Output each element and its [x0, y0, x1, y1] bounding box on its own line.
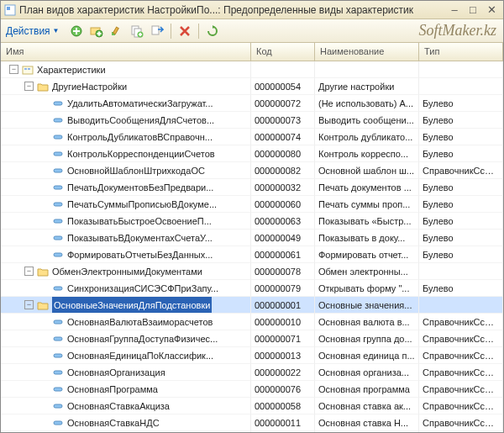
- svg-rect-15: [139, 34, 142, 35]
- move-button[interactable]: [149, 23, 165, 40]
- folder-icon: [37, 267, 49, 277]
- col-header-desc[interactable]: Наименование: [315, 43, 419, 61]
- tree-row[interactable]: ОсновнаяВалютаВзаиморасчетов000000010Осн…: [1, 314, 503, 330]
- name-cell[interactable]: КонтрольКорреспонденцииСчетов: [1, 145, 251, 162]
- name-cell[interactable]: ПоказыватьВДокументахСчетаУ...: [1, 230, 251, 246]
- type-cell: [419, 61, 503, 78]
- name-cell[interactable]: ОсновнаяОрганизация: [1, 364, 251, 381]
- tree-row[interactable]: ПоказыватьБыстроеОсвоениеП...000000063По…: [1, 213, 503, 230]
- name-cell[interactable]: ОсновнойШаблонШтрихкодаОС: [1, 162, 251, 179]
- tree-row[interactable]: УдалитьАвтоматическиЗагружат...000000072…: [1, 95, 503, 112]
- item-icon: [52, 317, 64, 327]
- edit-button[interactable]: [108, 23, 125, 40]
- tree-row[interactable]: ПечатьСуммыПрописьюВДокуме...000000060Пе…: [1, 196, 503, 213]
- desc-cell: Основная организа...: [315, 364, 419, 381]
- tree-row[interactable]: ОсновнаяОрганизация000000022Основная орг…: [1, 364, 503, 381]
- name-cell[interactable]: −ОсновныеЗначенияДляПодстановки: [1, 297, 251, 314]
- item-icon: [52, 384, 64, 394]
- code-cell: 000000071: [251, 330, 315, 347]
- delete-button[interactable]: [176, 23, 193, 40]
- tree-row[interactable]: КонтрольДубликатовВСправочн...000000074К…: [1, 129, 503, 145]
- svg-rect-33: [54, 354, 62, 357]
- col-header-name[interactable]: Имя: [1, 43, 251, 61]
- close-button[interactable]: ✕: [483, 3, 500, 17]
- name-cell[interactable]: ФормироватьОтчетыБезДанных...: [1, 246, 251, 263]
- type-cell: СправочникСсыл...: [419, 364, 503, 381]
- name-cell[interactable]: ПечатьДокументовБезПредвари...: [1, 179, 251, 196]
- name-cell[interactable]: ОсновнаяГруппаДоступаФизичес...: [1, 330, 251, 347]
- tree-row[interactable]: ОсновнаяЕдиницаПоКлассифик...000000013Ос…: [1, 347, 503, 364]
- code-cell: 000000010: [251, 314, 315, 330]
- name-cell[interactable]: −ДругиеНастройки: [1, 78, 251, 95]
- copy-button[interactable]: [129, 23, 145, 40]
- add-folder-button[interactable]: [88, 23, 105, 40]
- minimize-button[interactable]: –: [446, 3, 463, 17]
- desc-cell: Печать документов ...: [315, 179, 419, 196]
- tree-row[interactable]: −Характеристики: [1, 61, 503, 78]
- collapse-icon[interactable]: −: [24, 267, 34, 276]
- item-icon: [52, 216, 64, 226]
- tree-row[interactable]: ОсновнойШаблонШтрихкодаОС000000082Основн…: [1, 162, 503, 179]
- type-cell: СправочникСсыл...: [419, 314, 503, 330]
- code-cell: 000000072: [251, 95, 315, 112]
- item-icon: [52, 334, 64, 344]
- name-cell[interactable]: ОсновнаяВалютаВзаиморасчетов: [1, 314, 251, 330]
- type-cell: Булево: [419, 95, 503, 112]
- name-cell[interactable]: ПоказыватьБыстроеОсвоениеП...: [1, 213, 251, 230]
- name-cell[interactable]: СинхронизацияСИСЭСФПриЗапу...: [1, 280, 251, 297]
- name-cell[interactable]: ОсновнаяПрограмма: [1, 381, 251, 398]
- toolbar: Действия ▼ SoftMaker.kz: [1, 19, 503, 43]
- svg-rect-25: [54, 186, 62, 189]
- tree-row[interactable]: ФормироватьОтчетыБезДанных...000000061Фо…: [1, 246, 503, 263]
- code-cell: 000000076: [251, 381, 315, 398]
- tree-row[interactable]: ВыводитьСообщенияДляСчетов...000000073Вы…: [1, 112, 503, 129]
- row-label: ОсновныеЗначенияДляПодстановки: [52, 297, 212, 314]
- name-cell[interactable]: −ОбменЭлектроннымиДокументами: [1, 263, 251, 280]
- code-cell: 000000074: [251, 129, 315, 145]
- col-header-code[interactable]: Код: [251, 43, 315, 61]
- desc-cell: Основная валюта в...: [315, 314, 419, 330]
- tree-row[interactable]: СинхронизацияСИСЭСФПриЗапу...000000079От…: [1, 280, 503, 297]
- name-cell[interactable]: ПечатьСуммыПрописьюВДокуме...: [1, 196, 251, 213]
- name-cell[interactable]: ОсновнаяСтавкаАкциза: [1, 398, 251, 415]
- desc-cell: Основной шаблон ш...: [315, 162, 419, 179]
- svg-rect-1: [7, 7, 10, 10]
- refresh-button[interactable]: [204, 23, 221, 40]
- tree-row[interactable]: ОсновнаяСтавкаНДС000000011Основная ставк…: [1, 415, 503, 431]
- tree-row[interactable]: КонтрольКорреспонденцииСчетов000000080Ко…: [1, 145, 503, 162]
- code-cell: 000000082: [251, 162, 315, 179]
- tree-row[interactable]: ОсновнаяСтавкаАкциза000000058Основная ст…: [1, 398, 503, 415]
- svg-rect-8: [97, 33, 101, 34]
- tree-row[interactable]: ОсновнаяПрограмма000000076Основная прогр…: [1, 381, 503, 398]
- tree-row[interactable]: ПечатьДокументовБезПредвари...000000032П…: [1, 179, 503, 196]
- tree-row[interactable]: −ДругиеНастройки000000054Другие настройк…: [1, 78, 503, 95]
- row-label: ОсновнаяОрганизация: [67, 364, 165, 381]
- add-button[interactable]: [68, 23, 85, 40]
- svg-rect-27: [54, 219, 62, 223]
- name-cell[interactable]: КонтрольДубликатовВСправочн...: [1, 129, 251, 145]
- name-cell[interactable]: −Характеристики: [1, 61, 251, 78]
- tree-row[interactable]: −ОбменЭлектроннымиДокументами000000078Об…: [1, 263, 503, 280]
- collapse-icon[interactable]: −: [24, 300, 34, 309]
- type-cell: СправочникСсыл...: [419, 330, 503, 347]
- tree-row[interactable]: ПоказыватьВДокументахСчетаУ...000000049П…: [1, 230, 503, 246]
- name-cell[interactable]: УдалитьАвтоматическиЗагружат...: [1, 95, 251, 112]
- col-header-type[interactable]: Тип: [419, 43, 503, 61]
- actions-menu[interactable]: Действия ▼: [6, 25, 60, 37]
- svg-rect-35: [54, 388, 62, 391]
- collapse-icon[interactable]: −: [9, 65, 18, 74]
- type-cell: СправочникСсыл...: [419, 381, 503, 398]
- tree-row[interactable]: ОсновнаяГруппаДоступаФизичес...000000071…: [1, 330, 503, 347]
- grid-body[interactable]: −Характеристики−ДругиеНастройки000000054…: [1, 61, 503, 433]
- collapse-icon[interactable]: −: [24, 82, 34, 91]
- name-cell[interactable]: ОсновнаяЕдиницаПоКлассифик...: [1, 347, 251, 364]
- name-cell[interactable]: ВыводитьСообщенияДляСчетов...: [1, 112, 251, 129]
- desc-cell: Основная группа до...: [315, 330, 419, 347]
- code-cell: 000000011: [251, 415, 315, 431]
- svg-rect-29: [54, 253, 62, 256]
- tree-row[interactable]: −ОсновныеЗначенияДляПодстановки000000001…: [1, 297, 503, 314]
- maximize-button[interactable]: □: [465, 3, 481, 17]
- row-label: КонтрольДубликатовВСправочн...: [67, 129, 213, 145]
- type-cell: [419, 297, 503, 314]
- name-cell[interactable]: ОсновнаяСтавкаНДС: [1, 415, 251, 431]
